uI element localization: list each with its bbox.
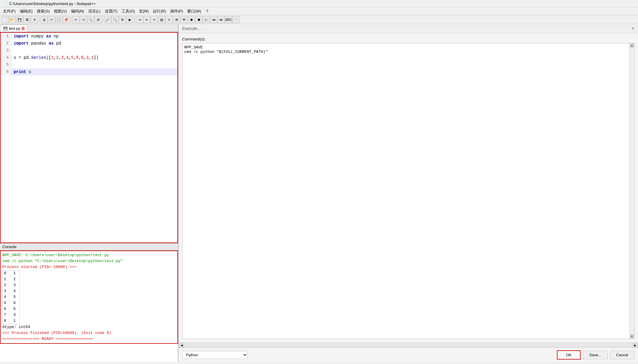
save-button[interactable]: Save... [583, 351, 607, 359]
toolbar-paste[interactable]: 📌 [63, 16, 70, 23]
toolbar-macros[interactable]: ⚙ [119, 16, 126, 23]
line-content-3 [11, 47, 16, 54]
language-select[interactable]: Python JavaScript Bash PowerShell [182, 351, 248, 359]
code-line-2: 2 import pandas as pd [1, 40, 177, 47]
toolbar-monitor[interactable]: 👁 [180, 16, 188, 23]
menu-window[interactable]: 窗口(W) [185, 8, 203, 15]
toolbar-abort[interactable]: ⏭ [218, 16, 225, 23]
hscroll-left-arrow[interactable]: ◀ [179, 343, 184, 348]
menu-view[interactable]: 视图(V) [52, 8, 68, 15]
cancel-button[interactable]: Cancel [610, 351, 634, 359]
menu-bar: 文件(F) 编辑(E) 搜索(S) 视图(V) 编码(N) 语言(L) 设置(T… [0, 7, 638, 15]
scroll-down-arrow[interactable]: ▼ [630, 334, 634, 338]
left-panel: 💾 test.py × 1 import numpy as np 2 impor… [0, 24, 178, 362]
toolbar-zoom-in[interactable]: 🔎 [104, 16, 111, 23]
commands-textarea[interactable]: NPP_SAVE cmd /c python "$(FULL_CURRENT_P… [182, 43, 629, 338]
menu-file[interactable]: 文件(F) [1, 8, 18, 15]
code-line-3: 3 [1, 47, 177, 54]
menu-run[interactable]: 运行(R) [151, 8, 168, 15]
toolbar-indent[interactable]: ⇥ [136, 16, 143, 23]
toolbar-play[interactable]: ▷ [203, 16, 210, 23]
toolbar-find[interactable]: 🔍 [87, 16, 94, 23]
textarea-scrollbar: ▲ ▼ [629, 43, 634, 338]
code-editor[interactable]: 1 import numpy as np 2 import pandas as … [0, 32, 178, 243]
data-row-0: 01 [4, 270, 18, 276]
ok-button[interactable]: OK [557, 350, 581, 360]
data-row-3: 34 [4, 288, 18, 294]
line-num-3: 3 [1, 47, 11, 54]
menu-help[interactable]: ？ [204, 8, 211, 15]
execute-dialog: Execute... × Command(s): NPP_SAVE cmd /c… [178, 24, 638, 362]
toolbar-cut[interactable]: ✂ [48, 16, 55, 23]
menu-settings[interactable]: 设置(T) [103, 8, 119, 15]
toolbar-redo[interactable]: ↪ [80, 16, 87, 23]
tab-bar: 💾 test.py × [0, 24, 178, 32]
console-line-3: Process started (PID= 10088) >>> [2, 264, 176, 270]
toolbar-run[interactable]: ▶ [126, 16, 133, 23]
menu-lang[interactable]: 语言(L) [86, 8, 103, 15]
tab-close-btn[interactable]: × [21, 27, 24, 30]
commands-label: Command(s): [182, 37, 634, 41]
toolbar-copy[interactable]: 📋 [55, 16, 62, 23]
commands-textarea-wrapper: NPP_SAVE cmd /c python "$(FULL_CURRENT_P… [182, 43, 634, 339]
toolbar-open[interactable]: 📂 [9, 16, 16, 23]
data-row-6: 66 [4, 306, 18, 312]
toolbar-undo[interactable]: ↩ [72, 16, 79, 23]
menu-plugins[interactable]: 插件(P) [168, 8, 185, 15]
toolbar-outdent[interactable]: ⇤ [143, 16, 150, 23]
data-row-2: 23 [4, 282, 18, 288]
line-content-2: import pandas as pd [11, 40, 61, 47]
toolbar-record[interactable]: ⏺ [188, 16, 195, 23]
toolbar-save-all[interactable]: 🖫 [23, 16, 31, 23]
menu-tools[interactable]: 工具(O) [120, 8, 137, 15]
menu-edit[interactable]: 编辑(E) [18, 8, 34, 15]
console-content: NPP_SAVE: C:\Users\user\Desktop\python\t… [0, 250, 178, 344]
dialog-body: Command(s): NPP_SAVE cmd /c python "$(FU… [179, 33, 638, 342]
data-row-1: 12 [4, 276, 18, 282]
dialog-header: Execute... × [179, 24, 638, 33]
tab-save-icon: 💾 [3, 26, 8, 31]
scroll-up-arrow[interactable]: ▲ [630, 43, 634, 48]
console-title: Console [2, 245, 17, 249]
line-content-1: import numpy as np [11, 33, 59, 40]
menu-macro[interactable]: 宏(M) [137, 8, 151, 15]
toolbar-sep1 [39, 16, 40, 23]
toolbar-sep4 [134, 16, 135, 23]
line-content-5 [11, 61, 16, 68]
hscroll-right-arrow[interactable]: ▶ [633, 343, 637, 348]
toolbar-save[interactable]: 💾 [16, 16, 23, 23]
toolbar-replace[interactable]: ⇄ [94, 16, 102, 23]
console-panel: Console NPP_SAVE: C:\Users\user\Desktop\… [0, 243, 178, 362]
menu-encode[interactable]: 编码(N) [69, 8, 86, 15]
toolbar-prev[interactable]: ⏮ [210, 16, 217, 23]
data-row-7: 73 [4, 312, 18, 318]
line-num-2: 2 [1, 40, 11, 47]
toolbar-spellcheck[interactable]: ABC [225, 16, 232, 23]
console-line-1: NPP_SAVE: C:\Users\user\Desktop\python\t… [2, 252, 176, 258]
toolbar-funclist[interactable]: ≡ [166, 16, 173, 23]
console-data-output: 01 12 23 34 45 56 66 73 81 [2, 270, 20, 324]
toolbar-folding[interactable]: ⊞ [173, 16, 180, 23]
toolbar-new[interactable]: 📄 [1, 16, 8, 23]
line-content-6: print s [11, 68, 31, 75]
hscroll-track[interactable] [185, 343, 632, 347]
toolbar-stop[interactable]: ⏹ [195, 16, 202, 23]
toolbar-close[interactable]: ✕ [31, 16, 38, 23]
toolbar-wrap[interactable]: ↵ [151, 16, 158, 23]
code-line-6: 6 print s [1, 68, 177, 75]
console-line-2: cmd /c python "C:\Users\user\Desktop\pyt… [2, 258, 176, 264]
toolbar: 📄 📂 💾 🖫 ✕ 🖨 ✂ 📋 📌 ↩ ↪ 🔍 ⇄ 🔎 🔍 ⚙ ▶ ⇥ ⇤ ↵ … [0, 15, 638, 24]
menu-search[interactable]: 搜索(S) [35, 8, 51, 15]
line-num-1: 1 [1, 33, 11, 40]
dialog-close-btn[interactable]: × [632, 26, 634, 31]
dialog-title: Execute... [182, 26, 201, 31]
tab-name: test.py [9, 26, 20, 31]
data-row-8: 81 [4, 318, 18, 324]
toolbar-sep2 [71, 16, 71, 23]
toolbar-map[interactable]: ▤ [158, 16, 165, 23]
toolbar-extra[interactable]: ⋯ [232, 16, 240, 23]
toolbar-zoom-out[interactable]: 🔍 [111, 16, 119, 23]
toolbar-print[interactable]: 🖨 [40, 16, 48, 23]
window-title: C:\Users\user\Desktop\python\test.py - N… [9, 1, 96, 6]
editor-tab[interactable]: 💾 test.py × [0, 25, 28, 32]
